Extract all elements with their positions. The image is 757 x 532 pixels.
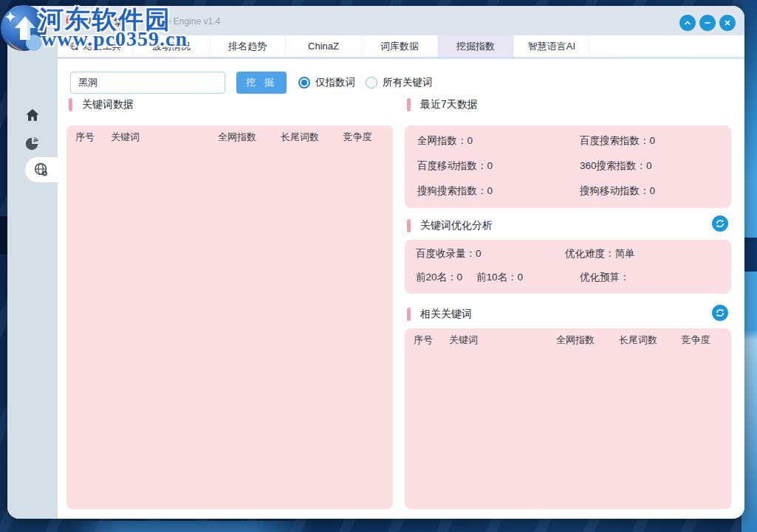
stat-baidu-search-index: 百度搜索指数：0 (580, 133, 719, 149)
tab-smart-language-ai[interactable]: 智慧语言AI (514, 35, 590, 57)
stat-sogou-search-index: 搜狗搜索指数：0 (417, 183, 580, 199)
titlebar: 黑洞引擎 Black hole Engine v1.4 (7, 6, 744, 35)
stat-label: 优化难度： (565, 248, 615, 259)
app-logo-icon (66, 13, 81, 28)
chevron-up-icon (683, 18, 692, 27)
sidebar-item-analytics[interactable] (7, 129, 58, 157)
stat-value: 简单 (615, 248, 635, 259)
stat-label: 优化预算： (580, 272, 630, 283)
refresh-icon (715, 218, 725, 229)
radio-circle-icon (366, 77, 377, 89)
col-serial: 序号 (75, 131, 111, 144)
stat-label: 搜狗搜索指数： (417, 185, 487, 196)
section-marker (407, 98, 411, 111)
tab-label: 智慧语言AI (528, 40, 575, 53)
optimization-row-1: 百度收录量：0 优化难度：简单 (405, 240, 731, 262)
tab-label: ChinaZ (308, 41, 339, 52)
stat-top10: 前10名：0 (476, 269, 565, 286)
stat-baidu-mobile-index: 百度移动指数：0 (417, 158, 580, 174)
tab-ranking-trend[interactable]: 排名趋势 (210, 35, 286, 57)
tab-thesaurus-data[interactable]: 词库数据 (362, 35, 438, 57)
globe-gear-icon (33, 162, 49, 178)
close-icon (723, 18, 732, 27)
col-competition: 竞争度 (331, 131, 384, 144)
tab-chinaz[interactable]: ChinaZ (286, 35, 362, 57)
filter-radio-group: 仅指数词 所有关键词 (298, 72, 433, 94)
tab-label: 词库数据 (380, 40, 419, 53)
radio-label: 所有关键词 (383, 76, 433, 89)
stat-top20: 前20名：0 (416, 269, 476, 286)
stat-label: 全网指数： (417, 135, 467, 146)
stat-value: 0 (476, 248, 482, 259)
tab-webmaster-tools[interactable]: 站长工具 (58, 35, 134, 57)
minimize-button[interactable] (699, 15, 716, 31)
stat-optimization-difficulty: 优化难度：简单 (565, 246, 720, 262)
optimization-refresh-button[interactable] (712, 215, 728, 232)
recent7-section-header: 最近7天数据 (407, 97, 478, 112)
stat-label: 百度收录量： (416, 248, 476, 259)
radio-label: 仅指数词 (315, 76, 355, 89)
close-button[interactable] (719, 15, 736, 31)
section-marker (407, 308, 411, 321)
sidebar-item-home[interactable] (7, 101, 58, 129)
col-keyword: 关键词 (449, 334, 544, 347)
stat-value: 0 (487, 185, 493, 196)
tab-label: 站长工具 (83, 40, 122, 53)
recent7-panel: 全网指数：0 百度搜索指数：0 百度移动指数：0 360搜索指数：0 搜狗搜索指… (405, 125, 731, 208)
app-title: 黑洞引擎 (85, 15, 123, 29)
stat-value: 0 (650, 185, 656, 196)
stat-label: 前10名： (476, 272, 518, 283)
col-serial: 序号 (414, 334, 449, 347)
stat-value: 0 (646, 160, 652, 171)
minus-icon (703, 18, 712, 27)
tab-label: 排名趋势 (228, 40, 267, 53)
optimization-row-2: 前20名：0 前10名：0 优化预算： (405, 262, 731, 286)
pie-chart-icon (24, 135, 41, 151)
related-table-header: 序号 关键词 全网指数 长尾词数 竞争度 (405, 328, 731, 352)
tab-fluctuation[interactable]: 波动情况 (134, 35, 210, 57)
section-title: 关键词数据 (82, 98, 134, 111)
main-content: 挖 掘 仅指数词 所有关键词 关键词数据 序号 关键词 全网指数 长尾词数 竞争… (58, 59, 744, 519)
related-keywords-section-header: 相关关键词 (407, 307, 472, 322)
stat-label: 搜狗移动指数： (580, 185, 650, 196)
radio-circle-icon (298, 77, 310, 89)
window-controls (679, 15, 736, 31)
home-icon (24, 107, 41, 123)
radio-index-words-only[interactable]: 仅指数词 (298, 76, 355, 89)
sidebar-item-keyword-mining[interactable] (25, 157, 58, 182)
recent7-stats: 全网指数：0 百度搜索指数：0 百度移动指数：0 360搜索指数：0 搜狗搜索指… (405, 125, 731, 199)
col-longtail-count: 长尾词数 (607, 334, 669, 347)
refresh-icon (715, 308, 725, 318)
radio-all-keywords[interactable]: 所有关键词 (366, 76, 433, 89)
app-window: 黑洞引擎 Black hole Engine v1.4 (7, 6, 744, 519)
related-keywords-refresh-button[interactable] (712, 305, 728, 321)
stat-label: 前20名： (416, 272, 457, 283)
section-title: 相关关键词 (420, 308, 472, 321)
stat-optimization-budget: 优化预算： (565, 269, 720, 286)
stat-value: 0 (487, 160, 493, 171)
section-title: 关键词优化分析 (420, 219, 493, 232)
tab-label: 波动情况 (152, 40, 191, 53)
optimization-section-header: 关键词优化分析 (407, 218, 493, 233)
col-longtail-count: 长尾词数 (269, 131, 331, 144)
stat-baidu-inclusion: 百度收录量：0 (416, 246, 565, 262)
stat-value: 0 (467, 135, 473, 146)
stat-value: 0 (650, 135, 656, 146)
tab-mining-index[interactable]: 挖掘指数 (438, 35, 514, 57)
keyword-search-input[interactable] (70, 72, 225, 94)
stat-label: 百度搜索指数： (580, 135, 650, 146)
rollup-button[interactable] (679, 15, 696, 31)
desktop-dark-block-left (0, 216, 7, 255)
app-subtitle: Black hole Engine v1.4 (130, 16, 220, 27)
col-whole-net-index: 全网指数 (205, 131, 269, 144)
stat-whole-net-index: 全网指数：0 (417, 133, 580, 149)
keyword-data-panel: 序号 关键词 全网指数 长尾词数 竞争度 (66, 125, 393, 509)
col-keyword: 关键词 (111, 131, 205, 144)
section-marker (69, 98, 72, 111)
stat-label: 百度移动指数： (417, 160, 487, 171)
stat-value: 0 (518, 272, 524, 283)
dig-button[interactable]: 挖 掘 (236, 72, 287, 94)
stat-value: 0 (457, 272, 463, 283)
tab-label: 挖掘指数 (456, 40, 495, 53)
stat-label: 360搜索指数： (580, 160, 646, 171)
